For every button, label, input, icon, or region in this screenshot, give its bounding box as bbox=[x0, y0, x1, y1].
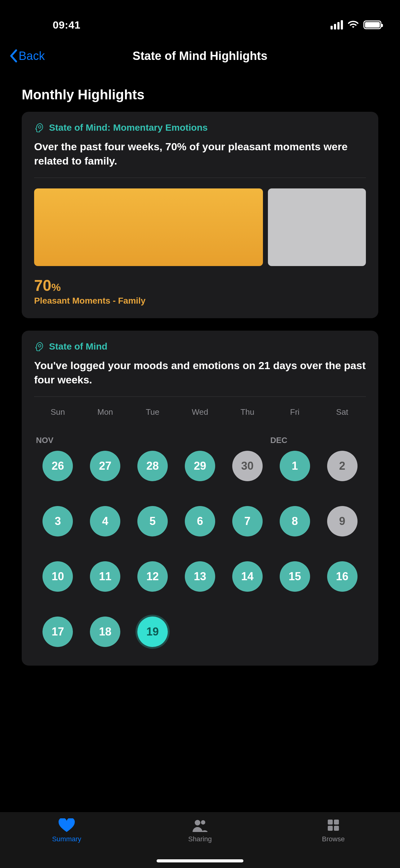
card-header: State of Mind bbox=[34, 341, 366, 352]
state-of-mind-icon bbox=[34, 341, 45, 352]
svg-rect-7 bbox=[334, 826, 339, 831]
month-label-left: NOV bbox=[36, 436, 83, 445]
month-label-right: DEC bbox=[270, 436, 317, 445]
calendar-day[interactable]: 14 bbox=[232, 561, 263, 592]
weekday-label: Mon bbox=[81, 407, 129, 417]
people-icon bbox=[191, 818, 209, 833]
content-area: Monthly Highlights State of Mind: Moment… bbox=[0, 71, 400, 665]
grid-icon bbox=[325, 818, 342, 833]
calendar-day[interactable]: 5 bbox=[137, 506, 168, 536]
tab-browse[interactable]: Browse bbox=[267, 818, 400, 868]
calendar-empty-cell bbox=[185, 617, 215, 647]
calendar-day[interactable]: 13 bbox=[185, 561, 215, 592]
card-log-calendar[interactable]: State of Mind You've logged your moods a… bbox=[22, 331, 378, 665]
calendar-day[interactable]: 7 bbox=[232, 506, 263, 536]
percent-label: Pleasant Moments - Family bbox=[34, 296, 366, 306]
svg-point-2 bbox=[195, 820, 200, 826]
calendar-day[interactable]: 15 bbox=[280, 561, 310, 592]
tab-label: Summary bbox=[52, 835, 81, 843]
card-header-text: State of Mind bbox=[49, 341, 107, 352]
tab-label: Browse bbox=[322, 835, 344, 843]
back-label: Back bbox=[19, 49, 45, 63]
calendar-day[interactable]: 30 bbox=[232, 451, 263, 481]
percent-value: 70 bbox=[34, 277, 52, 294]
calendar-empty-cell bbox=[232, 617, 263, 647]
weekday-label: Sat bbox=[319, 407, 366, 417]
calendar-day[interactable]: 10 bbox=[42, 561, 73, 592]
chevron-left-icon bbox=[9, 49, 18, 63]
page-title: State of Mind Highlights bbox=[0, 49, 400, 63]
bar-segment-other bbox=[268, 188, 366, 266]
calendar-day[interactable]: 17 bbox=[42, 617, 73, 647]
svg-rect-6 bbox=[328, 826, 333, 831]
calendar-day[interactable]: 9 bbox=[327, 506, 358, 536]
calendar-day[interactable]: 12 bbox=[137, 561, 168, 592]
card-header: State of Mind: Momentary Emotions bbox=[34, 122, 366, 133]
card-header-text: State of Mind: Momentary Emotions bbox=[49, 122, 208, 133]
tab-label: Sharing bbox=[188, 835, 212, 843]
cellular-signal-icon bbox=[331, 20, 343, 30]
svg-point-3 bbox=[201, 820, 205, 825]
calendar-empty-cell bbox=[327, 617, 358, 647]
wifi-icon bbox=[347, 21, 359, 29]
weekday-label: Thu bbox=[224, 407, 271, 417]
card-description: Over the past four weeks, 70% of your pl… bbox=[34, 140, 366, 168]
calendar-day[interactable]: 11 bbox=[90, 561, 120, 592]
tab-summary[interactable]: Summary bbox=[0, 818, 133, 868]
svg-rect-5 bbox=[334, 819, 339, 825]
status-icons bbox=[331, 20, 381, 30]
calendar-day[interactable]: 27 bbox=[90, 451, 120, 481]
nav-bar: Back State of Mind Highlights bbox=[0, 40, 400, 71]
weekday-label: Fri bbox=[271, 407, 319, 417]
calendar-day[interactable]: 3 bbox=[42, 506, 73, 536]
calendar-day[interactable]: 18 bbox=[90, 617, 120, 647]
section-title: Monthly Highlights bbox=[22, 87, 378, 102]
calendar-day[interactable]: 8 bbox=[280, 506, 310, 536]
calendar-day[interactable]: 16 bbox=[327, 561, 358, 592]
weekday-label: Sun bbox=[34, 407, 81, 417]
card-description: You've logged your moods and emotions on… bbox=[34, 359, 366, 387]
calendar-day[interactable]: 6 bbox=[185, 506, 215, 536]
back-button[interactable]: Back bbox=[9, 49, 45, 63]
state-of-mind-icon bbox=[34, 122, 45, 133]
status-time: 09:41 bbox=[53, 19, 80, 31]
home-indicator[interactable] bbox=[157, 859, 243, 862]
calendar-weekday-header: SunMonTueWedThuFriSat bbox=[34, 407, 366, 417]
calendar-day[interactable]: 28 bbox=[137, 451, 168, 481]
calendar-day[interactable]: 19 bbox=[137, 617, 168, 647]
calendar-day[interactable]: 2 bbox=[327, 451, 358, 481]
calendar-day[interactable]: 26 bbox=[42, 451, 73, 481]
calendar-empty-cell bbox=[280, 617, 310, 647]
svg-point-0 bbox=[38, 126, 41, 128]
divider bbox=[34, 178, 366, 178]
percent-readout: 70% bbox=[34, 277, 366, 294]
weekday-label: Wed bbox=[176, 407, 224, 417]
weekday-label: Tue bbox=[129, 407, 176, 417]
calendar-day[interactable]: 1 bbox=[280, 451, 310, 481]
percent-suffix: % bbox=[52, 281, 61, 293]
svg-rect-4 bbox=[328, 819, 333, 825]
calendar-day[interactable]: 4 bbox=[90, 506, 120, 536]
svg-point-1 bbox=[38, 345, 41, 347]
calendar-day[interactable]: 29 bbox=[185, 451, 215, 481]
card-momentary-emotions[interactable]: State of Mind: Momentary Emotions Over t… bbox=[22, 112, 378, 318]
percent-bar-chart bbox=[34, 188, 366, 266]
heart-icon bbox=[58, 818, 75, 833]
battery-icon bbox=[363, 21, 381, 29]
calendar-grid: 262728293012345678910111213141516171819 bbox=[34, 451, 366, 647]
bar-segment-family bbox=[34, 188, 263, 266]
calendar-month-row: NOV DEC bbox=[34, 436, 366, 445]
status-bar: 09:41 bbox=[0, 0, 400, 40]
